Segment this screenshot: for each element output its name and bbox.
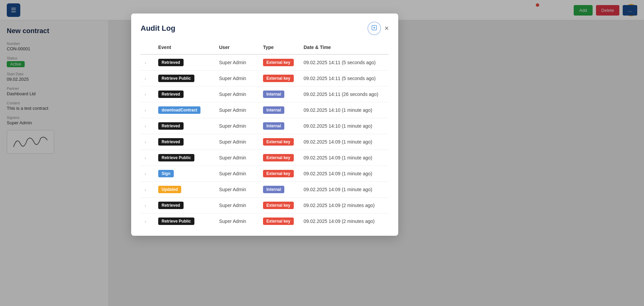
row-type-10: External key: [259, 213, 300, 229]
table-row: › Updated Super Admin Internal 09.02.202…: [141, 182, 389, 198]
table-row: › Retrieve Public Super Admin External k…: [141, 71, 389, 86]
row-event-4: Retrieved: [154, 118, 215, 134]
row-event-6: Retrieve Public: [154, 150, 215, 166]
row-user-9: Super Admin: [215, 198, 259, 213]
row-user-4: Super Admin: [215, 118, 259, 134]
table-row: › Retrieved Super Admin External key 09.…: [141, 54, 389, 71]
row-event-8: Updated: [154, 182, 215, 198]
event-badge-0: Retrieved: [158, 59, 184, 66]
chevron-icon-8[interactable]: ›: [145, 187, 146, 192]
row-expand-6[interactable]: ›: [141, 150, 154, 166]
row-event-1: Retrieve Public: [154, 71, 215, 86]
modal-title: Audit Log: [141, 24, 175, 33]
modal-header-actions: ×: [367, 22, 389, 35]
col-user: User: [215, 41, 259, 54]
col-expand: [141, 41, 154, 54]
row-user-2: Super Admin: [215, 86, 259, 102]
row-event-2: Retrieved: [154, 86, 215, 102]
row-expand-5[interactable]: ›: [141, 134, 154, 150]
row-datetime-10: 09.02.2025 14:09 (2 minutes ago): [300, 213, 389, 229]
row-expand-3[interactable]: ›: [141, 102, 154, 118]
event-badge-8: Updated: [158, 186, 181, 193]
row-expand-4[interactable]: ›: [141, 118, 154, 134]
row-type-7: External key: [259, 166, 300, 182]
event-badge-2: Retrieved: [158, 91, 184, 98]
row-type-0: External key: [259, 54, 300, 71]
table-row: › Retrieve Public Super Admin External k…: [141, 213, 389, 229]
chevron-icon-0[interactable]: ›: [145, 60, 146, 65]
close-button[interactable]: ×: [384, 25, 389, 32]
row-datetime-3: 09.02.2025 14:10 (1 minute ago): [300, 102, 389, 118]
event-badge-4: Retrieved: [158, 122, 184, 130]
row-type-4: Internal: [259, 118, 300, 134]
row-event-0: Retrieved: [154, 54, 215, 71]
chevron-icon-2[interactable]: ›: [145, 92, 146, 97]
chevron-icon-1[interactable]: ›: [145, 76, 146, 81]
col-datetime: Date & Time: [300, 41, 389, 54]
type-badge-10: External key: [263, 218, 294, 225]
type-badge-6: External key: [263, 154, 294, 161]
row-user-1: Super Admin: [215, 71, 259, 86]
row-user-3: Super Admin: [215, 102, 259, 118]
row-expand-8[interactable]: ›: [141, 182, 154, 198]
chevron-icon-6[interactable]: ›: [145, 155, 146, 160]
audit-log-modal: Audit Log × Event User Type: [131, 14, 398, 236]
event-badge-1: Retrieve Public: [158, 75, 194, 82]
chevron-icon-10[interactable]: ›: [145, 219, 146, 224]
row-expand-0[interactable]: ›: [141, 54, 154, 71]
table-row: › Sign Super Admin External key 09.02.20…: [141, 166, 389, 182]
row-user-7: Super Admin: [215, 166, 259, 182]
chevron-icon-3[interactable]: ›: [145, 108, 146, 113]
table-row: › Retrieve Public Super Admin External k…: [141, 150, 389, 166]
row-user-6: Super Admin: [215, 150, 259, 166]
row-user-10: Super Admin: [215, 213, 259, 229]
row-event-7: Sign: [154, 166, 215, 182]
row-expand-10[interactable]: ›: [141, 213, 154, 229]
row-event-5: Retrieved: [154, 134, 215, 150]
row-user-0: Super Admin: [215, 54, 259, 71]
type-badge-5: External key: [263, 138, 294, 146]
row-datetime-8: 09.02.2025 14:09 (1 minute ago): [300, 182, 389, 198]
chevron-icon-9[interactable]: ›: [145, 203, 146, 208]
type-badge-0: External key: [263, 59, 294, 66]
row-datetime-4: 09.02.2025 14:10 (1 minute ago): [300, 118, 389, 134]
type-badge-3: Internal: [263, 106, 284, 114]
chevron-icon-5[interactable]: ›: [145, 139, 146, 145]
col-event: Event: [154, 41, 215, 54]
table-row: › Retrieved Super Admin External key 09.…: [141, 198, 389, 213]
row-user-8: Super Admin: [215, 182, 259, 198]
row-datetime-7: 09.02.2025 14:09 (1 minute ago): [300, 166, 389, 182]
row-expand-7[interactable]: ›: [141, 166, 154, 182]
event-badge-10: Retrieve Public: [158, 218, 194, 225]
row-datetime-9: 09.02.2025 14:09 (2 minutes ago): [300, 198, 389, 213]
row-event-3: downloadContract: [154, 102, 215, 118]
row-datetime-5: 09.02.2025 14:09 (1 minute ago): [300, 134, 389, 150]
type-badge-4: Internal: [263, 122, 284, 130]
type-badge-7: External key: [263, 170, 294, 177]
table-row: › downloadContract Super Admin Internal …: [141, 102, 389, 118]
chevron-icon-7[interactable]: ›: [145, 171, 146, 176]
row-type-3: Internal: [259, 102, 300, 118]
type-badge-9: External key: [263, 202, 294, 209]
row-expand-2[interactable]: ›: [141, 86, 154, 102]
modal-body[interactable]: Event User Type Date & Time › Retrieved …: [131, 41, 398, 236]
row-type-8: Internal: [259, 182, 300, 198]
modal-header: Audit Log ×: [131, 14, 398, 41]
audit-table: Event User Type Date & Time › Retrieved …: [141, 41, 389, 229]
row-datetime-0: 09.02.2025 14:11 (5 seconds ago): [300, 54, 389, 71]
export-button[interactable]: [367, 22, 381, 35]
event-badge-9: Retrieved: [158, 202, 184, 209]
row-user-5: Super Admin: [215, 134, 259, 150]
row-datetime-2: 09.02.2025 14:11 (26 seconds ago): [300, 86, 389, 102]
row-type-5: External key: [259, 134, 300, 150]
table-row: › Retrieved Super Admin External key 09.…: [141, 134, 389, 150]
event-badge-5: Retrieved: [158, 138, 184, 146]
row-type-6: External key: [259, 150, 300, 166]
row-type-2: Internal: [259, 86, 300, 102]
event-badge-6: Retrieve Public: [158, 154, 194, 161]
row-expand-9[interactable]: ›: [141, 198, 154, 213]
event-badge-3: downloadContract: [158, 106, 200, 114]
row-expand-1[interactable]: ›: [141, 71, 154, 86]
chevron-icon-4[interactable]: ›: [145, 124, 146, 129]
table-row: › Retrieved Super Admin Internal 09.02.2…: [141, 86, 389, 102]
